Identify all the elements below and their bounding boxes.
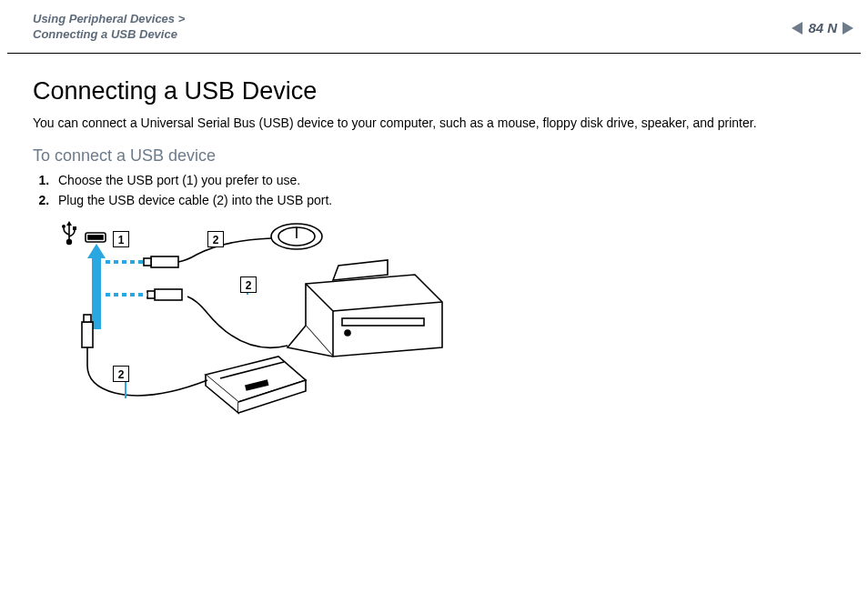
svg-rect-15 bbox=[342, 318, 424, 326]
breadcrumb-line2: Connecting a USB Device bbox=[33, 27, 177, 41]
usb-port-icon bbox=[86, 233, 106, 242]
floppy-drive-icon bbox=[206, 357, 306, 413]
svg-point-16 bbox=[345, 330, 350, 336]
callout-mouse-cable: 2 bbox=[207, 231, 224, 247]
svg-rect-17 bbox=[155, 289, 182, 300]
next-page-icon[interactable] bbox=[843, 22, 853, 35]
step-item: Choose the USB port (1) you prefer to us… bbox=[53, 173, 835, 187]
page-number: 84 bbox=[808, 20, 823, 35]
svg-rect-7 bbox=[88, 236, 103, 239]
svg-rect-13 bbox=[151, 256, 178, 267]
usb-plug-icon bbox=[147, 289, 182, 300]
mouse-icon bbox=[271, 224, 322, 249]
page-controls: 84 N bbox=[792, 20, 853, 35]
callout-floppy-cable: 2 bbox=[113, 366, 129, 382]
callout-port: 1 bbox=[113, 231, 129, 247]
callout-printer-cable: 2 bbox=[240, 276, 257, 293]
page-n-mark: N bbox=[827, 20, 837, 35]
procedure-steps: Choose the USB port (1) you prefer to us… bbox=[33, 173, 835, 207]
svg-rect-18 bbox=[147, 291, 155, 298]
procedure-heading: To connect a USB device bbox=[33, 146, 835, 166]
page-content: Connecting a USB Device You can connect … bbox=[0, 54, 868, 438]
diagram-svg bbox=[60, 220, 479, 438]
breadcrumb: Using Peripheral Devices > Connecting a … bbox=[33, 11, 185, 42]
step-item: Plug the USB device cable (2) into the U… bbox=[53, 193, 835, 207]
breadcrumb-line1: Using Peripheral Devices > bbox=[33, 12, 185, 25]
svg-marker-9 bbox=[87, 244, 106, 258]
usb-plug-icon bbox=[144, 256, 178, 267]
svg-rect-14 bbox=[144, 258, 151, 266]
usb-diagram: 1 2 2 2 bbox=[60, 220, 479, 438]
prev-page-icon[interactable] bbox=[792, 22, 802, 35]
mouse-cable bbox=[178, 238, 271, 262]
intro-paragraph: You can connect a Universal Serial Bus (… bbox=[33, 115, 835, 132]
page-title: Connecting a USB Device bbox=[33, 77, 835, 106]
manual-page: Using Peripheral Devices > Connecting a … bbox=[0, 0, 868, 613]
svg-rect-22 bbox=[84, 315, 91, 322]
printer-cable bbox=[187, 296, 288, 347]
usb-plug-icon bbox=[82, 315, 93, 347]
printer-icon bbox=[288, 260, 442, 357]
page-header: Using Peripheral Devices > Connecting a … bbox=[7, 0, 861, 54]
svg-rect-21 bbox=[82, 322, 93, 347]
floppy-cable bbox=[87, 347, 207, 396]
